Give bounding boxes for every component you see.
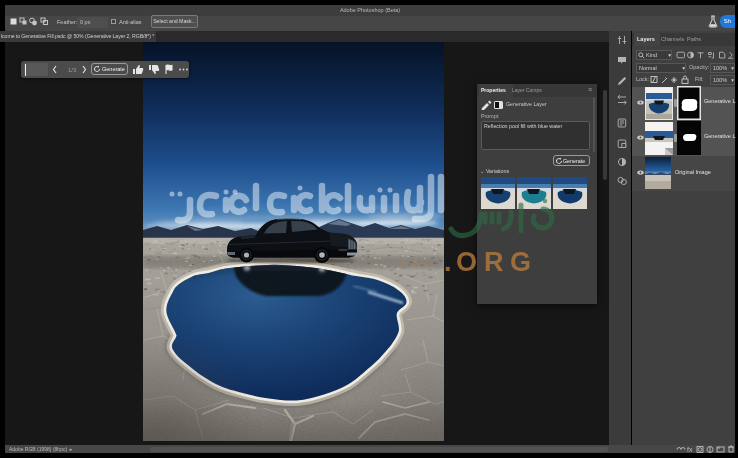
svg-text:R: R [484, 247, 504, 277]
svg-text:fx: fx [687, 446, 693, 453]
svg-text:.: . [444, 247, 452, 277]
svg-text:G: G [510, 247, 531, 277]
svg-text:O: O [456, 247, 477, 277]
